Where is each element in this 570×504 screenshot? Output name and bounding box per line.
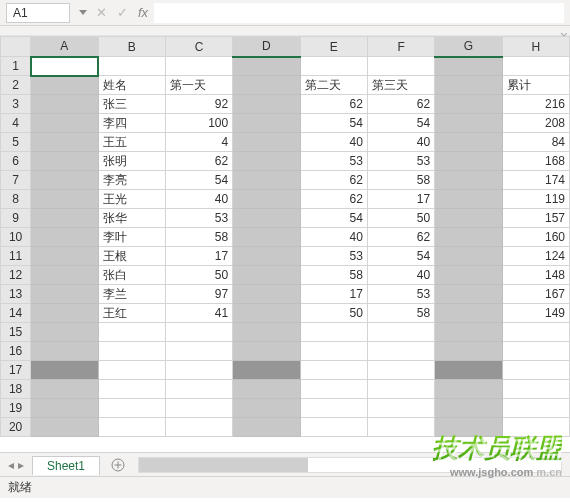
- cell-D9[interactable]: [233, 209, 300, 228]
- cell-A8[interactable]: [31, 190, 98, 209]
- cell-H9[interactable]: 157: [502, 209, 569, 228]
- cell-E20[interactable]: [300, 418, 367, 437]
- cell-B11[interactable]: 王根: [98, 247, 165, 266]
- cell-F20[interactable]: [367, 418, 434, 437]
- column-header-D[interactable]: D: [233, 37, 300, 57]
- cell-B20[interactable]: [98, 418, 165, 437]
- cell-B16[interactable]: [98, 342, 165, 361]
- cell-B6[interactable]: 张明: [98, 152, 165, 171]
- cell-H1[interactable]: [502, 57, 569, 76]
- cell-C16[interactable]: [165, 342, 232, 361]
- cell-G14[interactable]: [435, 304, 502, 323]
- cell-A5[interactable]: [31, 133, 98, 152]
- cell-E17[interactable]: [300, 361, 367, 380]
- cell-C17[interactable]: [165, 361, 232, 380]
- cell-B12[interactable]: 张白: [98, 266, 165, 285]
- row-header-4[interactable]: 4: [1, 114, 31, 133]
- cell-B19[interactable]: [98, 399, 165, 418]
- cell-F18[interactable]: [367, 380, 434, 399]
- cell-E3[interactable]: 62: [300, 95, 367, 114]
- row-header-12[interactable]: 12: [1, 266, 31, 285]
- cell-H16[interactable]: [502, 342, 569, 361]
- cell-E16[interactable]: [300, 342, 367, 361]
- cell-A13[interactable]: [31, 285, 98, 304]
- cell-A18[interactable]: [31, 380, 98, 399]
- cell-G16[interactable]: [435, 342, 502, 361]
- cell-H17[interactable]: [502, 361, 569, 380]
- cell-E9[interactable]: 54: [300, 209, 367, 228]
- cell-D17[interactable]: [233, 361, 300, 380]
- cell-E1[interactable]: [300, 57, 367, 76]
- cell-A15[interactable]: [31, 323, 98, 342]
- column-header-F[interactable]: F: [367, 37, 434, 57]
- row-header-13[interactable]: 13: [1, 285, 31, 304]
- cell-H11[interactable]: 124: [502, 247, 569, 266]
- cell-G2[interactable]: [435, 76, 502, 95]
- cell-G6[interactable]: [435, 152, 502, 171]
- cell-A6[interactable]: [31, 152, 98, 171]
- cell-H2[interactable]: 累计: [502, 76, 569, 95]
- cell-B9[interactable]: 张华: [98, 209, 165, 228]
- cell-C6[interactable]: 62: [165, 152, 232, 171]
- cell-G7[interactable]: [435, 171, 502, 190]
- row-header-19[interactable]: 19: [1, 399, 31, 418]
- cell-C10[interactable]: 58: [165, 228, 232, 247]
- cell-D19[interactable]: [233, 399, 300, 418]
- row-header-9[interactable]: 9: [1, 209, 31, 228]
- cell-D1[interactable]: [233, 57, 300, 76]
- cell-D18[interactable]: [233, 380, 300, 399]
- formula-input[interactable]: [154, 3, 564, 23]
- cell-B15[interactable]: [98, 323, 165, 342]
- cell-A19[interactable]: [31, 399, 98, 418]
- cell-B3[interactable]: 张三: [98, 95, 165, 114]
- row-header-11[interactable]: 11: [1, 247, 31, 266]
- cell-F6[interactable]: 53: [367, 152, 434, 171]
- cell-D8[interactable]: [233, 190, 300, 209]
- cell-G9[interactable]: [435, 209, 502, 228]
- cell-D6[interactable]: [233, 152, 300, 171]
- cell-E7[interactable]: 62: [300, 171, 367, 190]
- cell-F7[interactable]: 58: [367, 171, 434, 190]
- cell-D14[interactable]: [233, 304, 300, 323]
- cell-G20[interactable]: [435, 418, 502, 437]
- cell-A4[interactable]: [31, 114, 98, 133]
- cell-H19[interactable]: [502, 399, 569, 418]
- cell-H6[interactable]: 168: [502, 152, 569, 171]
- cell-G15[interactable]: [435, 323, 502, 342]
- column-header-E[interactable]: E: [300, 37, 367, 57]
- row-header-3[interactable]: 3: [1, 95, 31, 114]
- cell-D2[interactable]: [233, 76, 300, 95]
- cell-A1[interactable]: [31, 57, 98, 76]
- row-header-14[interactable]: 14: [1, 304, 31, 323]
- row-header-8[interactable]: 8: [1, 190, 31, 209]
- cell-A3[interactable]: [31, 95, 98, 114]
- row-header-5[interactable]: 5: [1, 133, 31, 152]
- cell-C20[interactable]: [165, 418, 232, 437]
- cell-G4[interactable]: [435, 114, 502, 133]
- cell-H12[interactable]: 148: [502, 266, 569, 285]
- cell-H5[interactable]: 84: [502, 133, 569, 152]
- cell-C8[interactable]: 40: [165, 190, 232, 209]
- cell-G3[interactable]: [435, 95, 502, 114]
- cell-A11[interactable]: [31, 247, 98, 266]
- cell-D4[interactable]: [233, 114, 300, 133]
- cell-E15[interactable]: [300, 323, 367, 342]
- cell-D5[interactable]: [233, 133, 300, 152]
- horizontal-scrollbar-thumb[interactable]: [139, 458, 308, 472]
- cell-D7[interactable]: [233, 171, 300, 190]
- cell-F16[interactable]: [367, 342, 434, 361]
- column-header-A[interactable]: A: [31, 37, 98, 57]
- tab-nav-next-icon[interactable]: ▸: [18, 458, 24, 472]
- cell-E5[interactable]: 40: [300, 133, 367, 152]
- cell-F10[interactable]: 62: [367, 228, 434, 247]
- cell-C9[interactable]: 53: [165, 209, 232, 228]
- cell-E2[interactable]: 第二天: [300, 76, 367, 95]
- cell-B2[interactable]: 姓名: [98, 76, 165, 95]
- cell-C15[interactable]: [165, 323, 232, 342]
- cell-B17[interactable]: [98, 361, 165, 380]
- row-header-7[interactable]: 7: [1, 171, 31, 190]
- cell-C1[interactable]: [165, 57, 232, 76]
- cell-E14[interactable]: 50: [300, 304, 367, 323]
- cell-G19[interactable]: [435, 399, 502, 418]
- cell-F5[interactable]: 40: [367, 133, 434, 152]
